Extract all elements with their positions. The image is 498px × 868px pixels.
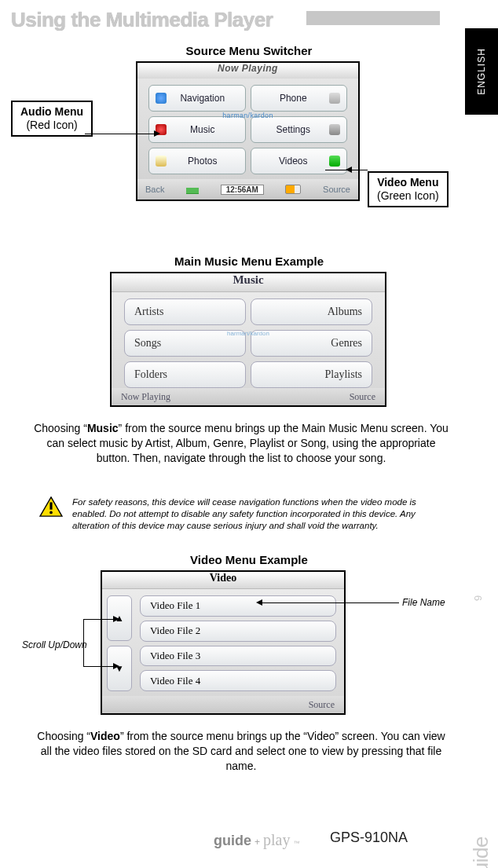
scroll-up-button[interactable]: ▲ xyxy=(107,595,132,641)
music-description: Choosing “Music” from the source menu br… xyxy=(31,421,451,466)
video-callout-title: Video Menu xyxy=(377,176,439,189)
video-callout-sub: (Green Icon) xyxy=(377,189,439,203)
navigation-label: Navigation xyxy=(180,93,225,104)
arrow-right-icon xyxy=(154,130,160,137)
artists-button[interactable]: Artists xyxy=(124,298,246,325)
folders-button[interactable]: Folders xyxy=(124,361,246,388)
audio-callout-line xyxy=(85,134,156,134)
back-label[interactable]: Back xyxy=(145,185,164,194)
arrow-right-icon xyxy=(113,616,119,622)
video-menu-callout: Video Menu (Green Icon) xyxy=(368,171,449,207)
phone-label: Phone xyxy=(280,93,307,104)
settings-button[interactable]: Settings xyxy=(251,116,348,143)
photos-icon xyxy=(156,156,167,167)
gear-icon xyxy=(329,124,340,135)
video-header: Video xyxy=(102,572,344,589)
music-foot-right[interactable]: Source xyxy=(350,391,375,403)
audio-callout-sub: (Red Icon) xyxy=(20,119,83,132)
list-item[interactable]: Video File 2 xyxy=(140,621,336,642)
language-tab: ENGLISH xyxy=(465,28,498,115)
scroll-line xyxy=(83,666,115,667)
signal-icon xyxy=(186,185,199,194)
arrow-right-icon xyxy=(113,663,119,669)
model-number: GPS-910NA xyxy=(330,830,408,846)
decorative-bar xyxy=(306,11,440,25)
scroll-down-button[interactable]: ▼ xyxy=(107,646,132,691)
svg-point-2 xyxy=(49,511,53,515)
music-brand: harman/kardon xyxy=(227,330,269,337)
list-item[interactable]: Video File 3 xyxy=(140,646,336,667)
albums-button[interactable]: Albums xyxy=(251,298,372,325)
playlists-button[interactable]: Playlists xyxy=(251,361,372,388)
video-foot-right[interactable]: Source xyxy=(309,699,335,711)
music-label: Music xyxy=(190,124,214,135)
settings-label: Settings xyxy=(276,124,310,135)
list-item[interactable]: Video File 1 xyxy=(140,595,336,617)
warning-icon xyxy=(39,496,63,517)
music-menu-device: Music Artists Albums Songs Genres Folder… xyxy=(110,272,386,407)
battery-icon xyxy=(285,185,301,194)
scroll-annotation: Scroll Up/Down xyxy=(22,639,87,650)
videos-label: Videos xyxy=(279,156,307,167)
svg-rect-1 xyxy=(49,502,52,509)
audio-callout-title: Audio Menu xyxy=(20,105,83,119)
music-header: Music xyxy=(112,273,385,292)
phone-icon xyxy=(329,93,340,104)
video-icon xyxy=(329,156,340,167)
scroll-line xyxy=(83,619,115,620)
video-menu-device: Video ▲ ▼ Video File 1 Video File 2 Vide… xyxy=(101,570,346,715)
clock-display: 12:56AM xyxy=(221,185,264,195)
warning-row: For safety reasons, this device will cea… xyxy=(39,496,443,532)
music-foot-left[interactable]: Now Playing xyxy=(121,391,170,403)
music-menu-section-title: Main Music Menu Example xyxy=(0,255,498,268)
music-button[interactable]: Music xyxy=(148,116,246,143)
footer-logo: guide + play ™ xyxy=(214,831,299,849)
photos-button[interactable]: Photos xyxy=(148,148,246,174)
source-label[interactable]: Source xyxy=(323,185,350,194)
navigation-icon xyxy=(156,93,167,104)
filename-line xyxy=(259,602,399,603)
list-item[interactable]: Video File 4 xyxy=(140,670,336,691)
audio-menu-callout: Audio Menu (Red Icon) xyxy=(11,101,93,137)
navigation-button[interactable]: Navigation xyxy=(148,85,246,112)
source-top-label: Now Playing xyxy=(137,63,358,79)
video-menu-section-title: Video Menu Example xyxy=(0,553,498,566)
arrow-left-icon xyxy=(256,599,262,606)
source-brand: harman/kardon xyxy=(222,112,273,119)
warning-text: For safety reasons, this device will cea… xyxy=(72,496,443,532)
arrow-left-icon xyxy=(346,167,352,173)
scroll-line xyxy=(83,619,84,666)
phone-button[interactable]: Phone xyxy=(251,85,348,112)
photos-label: Photos xyxy=(188,156,217,167)
video-description: Choosing “Video” from the source menu br… xyxy=(31,729,451,774)
source-menu-device: Now Playing Navigation Phone Music Setti… xyxy=(136,61,360,201)
page-title: Using the Multimedia Player xyxy=(11,8,273,32)
page-number: 9 xyxy=(472,595,484,601)
filename-annotation: File Name xyxy=(402,597,445,608)
side-guide-label: Quick-Start Guide xyxy=(469,837,493,868)
source-menu-section-title: Source Menu Switcher xyxy=(0,44,498,57)
